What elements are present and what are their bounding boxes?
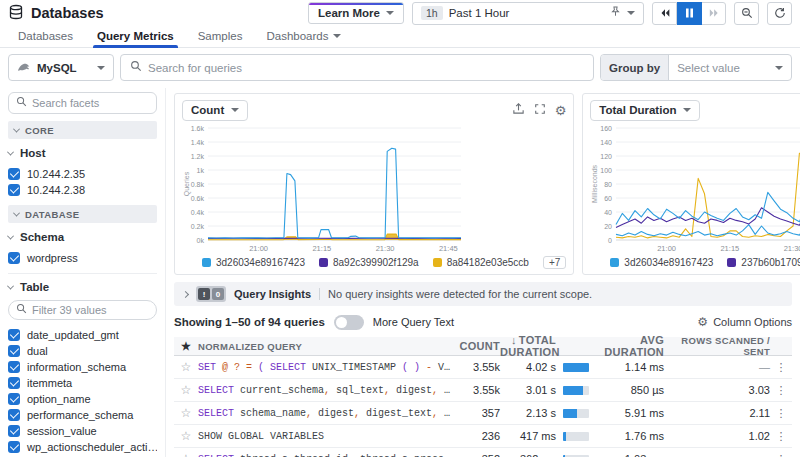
col-rows-scanned-sent[interactable]: ROWS SCANNED / SENT <box>664 335 770 357</box>
facet-filter-input[interactable] <box>32 304 149 316</box>
legend-overflow-badge[interactable]: +7 <box>543 256 566 269</box>
checkbox-checked[interactable] <box>8 409 20 421</box>
duration-bar-fill <box>563 432 566 441</box>
duration-chart[interactable]: 02040608010012014016021:0021:1521:3021:4… <box>590 122 800 254</box>
facet-section-database[interactable]: DATABASE <box>8 205 157 223</box>
tab-databases[interactable]: Databases <box>8 24 83 47</box>
query-search[interactable] <box>120 54 594 81</box>
legend-swatch <box>202 258 211 267</box>
facet-title-table[interactable]: Table <box>8 281 157 293</box>
export-icon[interactable] <box>512 102 525 118</box>
tab-query-metrics[interactable]: Query Metrics <box>87 24 184 47</box>
duration-chart-card: Total Duration ⚙ 02040608010012014016021… <box>582 93 800 275</box>
fullscreen-icon[interactable] <box>534 103 546 118</box>
legend-item-8a92c399902f129a[interactable]: 8a92c399902f129a <box>319 257 419 268</box>
row-menu-icon[interactable]: ⋮ <box>770 407 792 420</box>
metric-select-duration[interactable]: Total Duration <box>590 100 700 121</box>
tab-samples[interactable]: Samples <box>188 24 253 47</box>
checkbox-checked[interactable] <box>8 345 20 357</box>
facet-filter[interactable] <box>8 300 157 320</box>
chevron-down-icon <box>683 108 691 112</box>
legend-item-8a84182e03e5ccb[interactable]: 8a84182e03e5ccb <box>433 257 529 268</box>
backward-button[interactable] <box>652 2 677 25</box>
forward-button[interactable] <box>701 2 726 25</box>
checkbox-checked[interactable] <box>8 252 20 264</box>
checkbox-checked[interactable] <box>8 329 20 341</box>
metric-select-count[interactable]: Count <box>182 100 248 121</box>
star-icon[interactable]: ☆ <box>174 383 198 397</box>
duration-bar <box>556 386 592 395</box>
facet-search[interactable] <box>8 92 157 114</box>
facet-value-date-updated-gmt[interactable]: date_updated_gmt <box>8 327 157 343</box>
legend-label: 3d26034e89167423 <box>624 257 713 268</box>
tab-dashboards[interactable]: Dashboards <box>256 24 351 47</box>
count-chart[interactable]: 0k0.2k0.4k0.6k0.8k1k1.2k1.4k1.6k21:0021:… <box>182 122 466 254</box>
facet-value-wp-actionscheduler-acti[interactable]: wp_actionscheduler_acti… <box>8 439 157 455</box>
column-options-button[interactable]: ⚙ Column Options <box>697 315 792 329</box>
checkbox-checked[interactable] <box>8 377 20 389</box>
star-icon[interactable]: ☆ <box>174 360 198 374</box>
row-menu-icon[interactable]: ⋮ <box>770 430 792 443</box>
pause-button[interactable] <box>677 2 702 25</box>
facet-value-option-name[interactable]: option_name <box>8 391 157 407</box>
query-search-input[interactable] <box>148 62 584 74</box>
legend-label: 8a92c399902f129a <box>333 257 419 268</box>
table-row[interactable]: ☆SET @ ? = ( SELECT UNIX_TIMESTAMP ( ) -… <box>174 356 792 379</box>
star-icon[interactable]: ☆ <box>174 406 198 420</box>
table-row[interactable]: ☆SELECT thread_a.thread_id, thread_a.pro… <box>174 448 792 457</box>
checkbox-checked[interactable] <box>8 361 20 373</box>
duration-bar-track <box>563 409 589 418</box>
row-menu-icon[interactable]: ⋮ <box>770 453 792 457</box>
metric-select-label: Count <box>191 104 224 116</box>
group-by-select[interactable]: Select value <box>669 55 791 80</box>
time-range-picker[interactable]: 1h Past 1 Hour <box>412 2 644 25</box>
col-avg-duration[interactable]: AVG DURATION <box>592 334 664 358</box>
facet-value-dual[interactable]: dual <box>8 343 157 359</box>
checkbox-checked[interactable] <box>8 184 20 196</box>
facet-title-schema[interactable]: Schema <box>8 231 157 243</box>
row-menu-icon[interactable]: ⋮ <box>770 384 792 397</box>
facet-label: Schema <box>20 231 64 243</box>
svg-text:60: 60 <box>605 195 613 202</box>
gear-icon[interactable]: ⚙ <box>555 104 567 117</box>
svg-text:0: 0 <box>608 237 612 244</box>
checkbox-checked[interactable] <box>8 168 20 180</box>
duration-bar <box>556 409 592 418</box>
facet-value-itemmeta[interactable]: itemmeta <box>8 375 157 391</box>
zoom-out-button[interactable] <box>734 2 759 25</box>
facet-title-host[interactable]: Host <box>8 147 157 159</box>
checkbox-checked[interactable] <box>8 425 20 437</box>
star-icon[interactable]: ☆ <box>174 452 198 457</box>
table-row[interactable]: ☆SELECT schema_name, digest, digest_text… <box>174 402 792 425</box>
facet-value-performance-schema[interactable]: performance_schema <box>8 407 157 423</box>
query-insights-title: Query Insights <box>234 288 311 300</box>
checkbox-checked[interactable] <box>8 441 20 453</box>
gear-icon: ⚙ <box>697 315 708 329</box>
table-row[interactable]: ☆SHOW GLOBAL VARIABLES236417 ms1.76 ms1.… <box>174 425 792 448</box>
row-menu-icon[interactable]: ⋮ <box>770 361 792 374</box>
col-normalized-query[interactable]: NORMALIZED QUERY <box>198 341 452 352</box>
legend-item-3d26034e89167423[interactable]: 3d26034e89167423 <box>610 257 713 268</box>
col-total-duration[interactable]: ↓TOTAL DURATION <box>500 334 556 358</box>
star-icon[interactable]: ☆ <box>174 429 198 443</box>
count-cell: 352 <box>452 453 500 457</box>
legend-item-237b60b1709bb39f[interactable]: 237b60b1709bb39f <box>727 257 800 268</box>
checkbox-checked[interactable] <box>8 393 20 405</box>
refresh-button[interactable] <box>767 2 792 25</box>
legend-item-3d26034e89167423[interactable]: 3d26034e89167423 <box>202 257 305 268</box>
database-engine-select[interactable]: MySQL <box>8 54 114 81</box>
facet-search-input[interactable] <box>32 97 149 109</box>
facet-value-information-schema[interactable]: information_schema <box>8 359 157 375</box>
more-query-text-toggle[interactable] <box>334 315 364 330</box>
facet-section-core[interactable]: CORE <box>8 121 157 139</box>
table-row[interactable]: ☆SELECT current_schema, sql_text, digest… <box>174 379 792 402</box>
facet-value-wordpress[interactable]: wordpress <box>8 250 157 266</box>
query-insights-bar[interactable]: ! 0 Query Insights No query insights wer… <box>174 282 792 306</box>
facet-value-10-244-2-38[interactable]: 10.244.2.38 <box>8 182 157 198</box>
col-count[interactable]: COUNT <box>452 340 500 352</box>
learn-more-button[interactable]: Learn More <box>308 2 404 24</box>
duration-chart-legend: 3d26034e89167423237b60b1709bb39f325b7269… <box>590 254 800 271</box>
facet-value-session-value[interactable]: session_value <box>8 423 157 439</box>
pin-icon[interactable] <box>610 6 621 20</box>
facet-value-10-244-2-35[interactable]: 10.244.2.35 <box>8 166 157 182</box>
